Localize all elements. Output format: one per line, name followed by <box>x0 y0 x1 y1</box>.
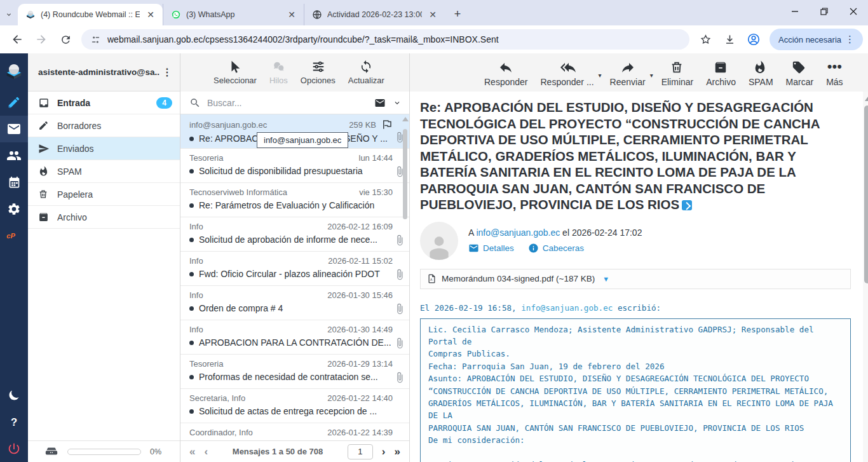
page-number-input[interactable]: 1 <box>348 444 373 459</box>
close-window-button[interactable] <box>839 0 868 23</box>
close-icon[interactable]: ✕ <box>286 9 297 20</box>
next-page-icon[interactable]: › <box>382 445 386 458</box>
scrollbar-thumb[interactable] <box>864 105 868 283</box>
message-row[interactable]: Info2026-02-12 16:09 Solicitud de aproba… <box>180 217 409 252</box>
tab-actividad[interactable]: Actividad 2026-02-23 13:00:00 ✕ <box>304 4 445 25</box>
delete-button[interactable]: Eliminar <box>656 58 700 88</box>
select-button[interactable]: Seleccionar <box>208 58 262 86</box>
scope-envelope-icon[interactable] <box>374 97 386 109</box>
back-icon[interactable] <box>6 29 28 50</box>
paperclip-icon <box>394 269 405 280</box>
attachment-name[interactable]: Memorándum 034-signed.pdf (~187 KB) <box>442 274 595 283</box>
account-email: asistente-administrativo@sa... <box>38 67 159 77</box>
details-link[interactable]: Detalles <box>468 243 514 254</box>
chevron-down-icon[interactable] <box>393 99 402 107</box>
svg-text:?: ? <box>11 416 17 428</box>
folder-entrada[interactable]: Entrada 4 <box>28 92 180 114</box>
search-bar[interactable]: Buscar... <box>180 92 409 114</box>
downloads-icon[interactable] <box>719 29 740 50</box>
spam-button[interactable]: SPAM <box>743 58 779 88</box>
list-scrollbar[interactable] <box>403 117 408 219</box>
message-row[interactable]: Coordinador, Info2026-01-22 14:39 <box>180 423 409 440</box>
size: 259 KB <box>349 120 376 130</box>
chevron-down-icon[interactable]: ▾ <box>650 72 653 79</box>
headers-link[interactable]: Cabeceras <box>528 243 584 254</box>
unread-dot <box>189 375 194 379</box>
tab-whatsapp[interactable]: (3) WhatsApp ✕ <box>163 4 304 25</box>
inbox-icon <box>38 97 50 109</box>
refresh-button[interactable]: Actualizar <box>343 58 390 86</box>
scroll-up-icon[interactable] <box>865 97 868 101</box>
headers-label: Cabeceras <box>543 243 584 253</box>
recipient-address-link[interactable]: info@sanjuan.gob.ec <box>476 228 560 238</box>
action-needed-chip[interactable]: Acción necesaria ⋮ <box>770 29 863 50</box>
bookmark-star-icon[interactable] <box>695 29 716 50</box>
dark-mode-moon-icon[interactable] <box>0 382 28 409</box>
external-link-icon[interactable] <box>682 200 692 210</box>
close-icon[interactable]: ✕ <box>145 9 156 20</box>
envelope-icon <box>468 243 479 254</box>
reply-all-button[interactable]: Responder ... <box>535 58 600 88</box>
settings-gear-icon[interactable] <box>0 196 28 222</box>
folder-label: SPAM <box>57 166 82 177</box>
message-row[interactable]: Info2026-02-11 15:02 Fwd: Oficio Circula… <box>180 252 409 286</box>
action-needed-label: Acción necesaria <box>778 35 841 44</box>
message-row[interactable]: Secretaria, Info2026-01-22 14:40 Solicit… <box>180 389 409 423</box>
options-button[interactable]: Opciones <box>295 58 341 86</box>
logout-power-icon[interactable] <box>0 435 28 462</box>
date: 2026-01-22 14:40 <box>327 393 393 403</box>
folder-archivo[interactable]: Archivo <box>28 206 180 229</box>
chevron-down-icon[interactable]: ▼ <box>602 275 609 283</box>
message-row[interactable]: Tesoreria2026-01-29 13:14 Proformas de n… <box>180 355 409 389</box>
forward-button[interactable]: Reenviar <box>604 58 651 88</box>
threads-button[interactable]: Hilos <box>264 58 293 86</box>
folder-borradores[interactable]: Borradores <box>28 114 180 137</box>
compose-icon[interactable] <box>0 89 28 116</box>
last-page-icon[interactable]: » <box>395 445 400 458</box>
folder-spam[interactable]: SPAM <box>28 160 180 183</box>
message-row[interactable]: Tesorerialun 14:44 Solicitud de disponib… <box>180 149 409 183</box>
folder-papelera[interactable]: Papelera <box>28 183 180 206</box>
more-button[interactable]: ••• Más <box>820 58 848 88</box>
chevron-down-icon[interactable]: ▾ <box>599 72 602 79</box>
cpanel-icon[interactable]: cP <box>0 222 28 249</box>
message-row[interactable]: Tecnoserviweb Informáticavie 15:30 Re: P… <box>180 183 409 217</box>
message-row[interactable]: Info2026-01-30 15:46 Orden de compra # 4 <box>180 286 409 320</box>
restore-button[interactable] <box>810 0 839 23</box>
quoted-address-link[interactable]: info@sanjuan.gob.ec <box>521 303 613 313</box>
prev-page-icon[interactable]: ‹ <box>204 445 208 458</box>
mail-scrollbar[interactable] <box>863 92 868 462</box>
new-tab-button[interactable]: + <box>449 5 466 23</box>
scroll-up-icon[interactable] <box>402 117 409 121</box>
mail-nav-icon[interactable] <box>0 116 28 142</box>
reload-icon[interactable] <box>55 29 76 50</box>
minimize-button[interactable] <box>780 0 810 23</box>
mark-button[interactable]: Marcar <box>780 58 820 88</box>
url-bar[interactable]: webmail.sanjuan.gob.ec/cpsess1364244002/… <box>81 29 689 50</box>
kebab-menu-icon[interactable]: ⋮ <box>159 66 175 78</box>
attachment-bar[interactable]: A Memorándum 034-signed.pdf (~187 KB) ▼ <box>420 269 851 289</box>
url-text[interactable]: webmail.sanjuan.gob.ec/cpsess1364244002/… <box>107 34 499 44</box>
folder-enviados[interactable]: Enviados <box>28 137 180 160</box>
first-page-icon[interactable]: « <box>189 445 195 458</box>
tab-roundcube[interactable]: (4) Roundcube Webmail :: Envia ✕ <box>18 4 163 25</box>
calendar-icon[interactable] <box>0 169 28 196</box>
contacts-icon[interactable] <box>0 142 28 169</box>
unread-dot <box>189 306 194 311</box>
folder-label: Borradores <box>57 121 101 131</box>
paperclip-icon <box>394 337 405 349</box>
chevron-down-icon[interactable] <box>0 4 18 25</box>
profile-avatar-icon[interactable] <box>743 29 764 50</box>
scrollbar-thumb[interactable] <box>403 129 407 219</box>
search-placeholder[interactable]: Buscar... <box>207 98 367 108</box>
site-settings-icon[interactable] <box>90 34 101 45</box>
archive-button[interactable]: Archivo <box>700 58 742 88</box>
flag-icon[interactable] <box>381 119 393 130</box>
close-icon[interactable]: ✕ <box>427 9 438 20</box>
reply-button[interactable]: Responder <box>478 58 534 88</box>
kebab-menu-icon[interactable]: ⋮ <box>841 34 859 45</box>
message-row[interactable]: Info2026-01-30 14:49 APROBACION PARA LA … <box>180 320 409 355</box>
pdf-file-icon: A <box>427 273 437 284</box>
forward-icon[interactable] <box>31 29 52 50</box>
help-icon[interactable]: ? <box>0 409 28 435</box>
